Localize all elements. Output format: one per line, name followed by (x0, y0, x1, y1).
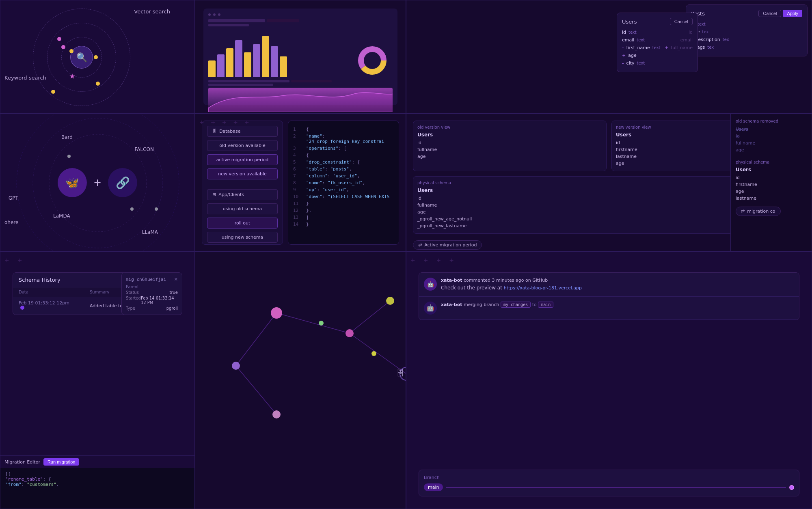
migration-co-badge: ⇄migration co (736, 207, 781, 216)
code-line: 6 "table": "posts", (293, 166, 394, 173)
merging-text: merging branch (464, 302, 501, 307)
removed-field: fullname (736, 140, 807, 147)
cancel-button[interactable]: Cancel (758, 10, 781, 17)
parent-label: Parent (126, 285, 178, 289)
migration-flow-cell: +++++ 🗄 Database old version available a… (195, 114, 406, 252)
cancel-button[interactable]: Cancel (670, 18, 693, 25)
dashboard-cell (195, 0, 406, 114)
schema-row: -descriptiontex (691, 36, 802, 43)
chart-labels (208, 80, 393, 86)
ai-integrations-cell: Bard FALCON GPT LaMDA LLaMA ohere 🦋 + 🔗 (0, 114, 195, 252)
schema-comparison-cell: old version view Users id fullname age n… (406, 114, 812, 252)
physical-right-field: id (736, 174, 807, 181)
svg-point-12 (346, 329, 354, 337)
vector-search-cell: Vector search Keyword search 🔍 (0, 0, 195, 114)
posts-schema-panel: Posts Cancel Apply idtext titletex -desc… (686, 4, 808, 56)
search-icon: 🔍 (70, 46, 93, 69)
old-removed-header: old schema removed (736, 119, 807, 123)
svg-point-11 (271, 307, 282, 319)
code-line: 3"operations": [ (293, 145, 394, 152)
schema-history-cell: ++ Schema History Data Summary Feb 19 01… (0, 252, 195, 509)
bot-name-2: xata-bot (441, 302, 462, 307)
using-new-schema-tag: using new schema (207, 232, 278, 243)
apply-button[interactable]: Apply (783, 10, 802, 17)
code-line: 9 "up": "user_id", (293, 186, 394, 193)
schema-row: -first_nametext +full_name (622, 44, 693, 52)
old-view-table-name: Users (417, 132, 602, 138)
code-line: 11 } (293, 200, 394, 207)
bot-message: Check out the preview at https://xata-bl… (441, 285, 794, 291)
migration-icon: ⇄ (418, 242, 422, 248)
old-schema-removed-panel: old schema removed Users id fullname age… (730, 114, 812, 251)
ai-logo-2: 🔗 (108, 168, 137, 197)
branch-connector (446, 487, 786, 488)
db-icon: 🗄 (212, 129, 217, 134)
removed-field: id (736, 133, 807, 140)
comment-meta: commented 3 minutes ago on GitHub (464, 278, 548, 283)
code-line: [{ (5, 471, 190, 477)
started-value: Feb 14 01:33:14 12 PM (141, 296, 178, 305)
code-line: 4 { (293, 152, 394, 159)
orbit-dot (57, 37, 61, 41)
plus-decorations: +++++ (199, 119, 249, 125)
type-label: Type (126, 306, 135, 311)
svg-line-6 (276, 313, 350, 333)
schema-row: emailtextemail (622, 36, 693, 44)
bar-chart-area (208, 28, 393, 77)
preview-link[interactable]: https://xata-blog-pr-181.vercel.app (504, 285, 582, 291)
svg-line-7 (350, 333, 406, 374)
area-chart (208, 88, 393, 112)
orbit-dot (94, 55, 98, 59)
svg-line-9 (236, 366, 276, 414)
orbit-dot (130, 207, 134, 211)
users-panel-header: Users Cancel (622, 18, 693, 25)
row-date: Feb 19 01:33:12 12pm (19, 300, 90, 306)
app-clients-label: App/Clients (218, 192, 244, 197)
roll-out-tag: roll out (207, 218, 278, 229)
branch-arrow: to (532, 302, 538, 307)
dashboard-panel (203, 9, 397, 105)
branch-label: Branch (424, 475, 794, 480)
physical-right-field: age (736, 188, 807, 195)
status-value: true (169, 290, 178, 295)
code-line: "from": "customers", (5, 482, 190, 487)
code-line: 5 "drop_constraint": { (293, 159, 394, 166)
started-row: Started Feb 14 01:33:14 12 PM (126, 296, 178, 305)
schema-row: idtext (691, 20, 802, 28)
list-rows (208, 19, 393, 22)
nav-dots (208, 13, 393, 16)
removed-field: Users (736, 126, 807, 133)
bot-header: xata-bot commented 3 minutes ago on GitH… (441, 278, 794, 283)
bot-comment-2-content: xata-bot merging branch my-changes to ma… (441, 302, 794, 309)
col-data: Data (19, 290, 90, 294)
users-title: Users (622, 19, 637, 25)
old-version-tag: old version available (207, 140, 278, 151)
started-label: Started (126, 296, 141, 305)
plus-sign: + (93, 177, 102, 188)
code-line: 2"name": "24_drop_foreign_key_constrai (293, 133, 394, 145)
orbit-dot (69, 49, 73, 53)
run-migration-button[interactable]: Run migration (43, 458, 79, 466)
branch-line: main (424, 483, 794, 491)
bot-header-2: xata-bot merging branch my-changes to ma… (441, 302, 794, 308)
status-row: Status true (126, 290, 178, 295)
physical-right-field: lastname (736, 195, 807, 202)
vector-search-label: Vector search (134, 9, 170, 15)
code-line: 7 "column": "user_id", (293, 173, 394, 179)
schema-row: titletex (691, 28, 802, 36)
close-button[interactable]: ✕ (174, 277, 178, 282)
schema-row: +age (622, 52, 693, 59)
posts-panel-header: Posts Cancel Apply (691, 10, 802, 17)
branch-main-tag: main (538, 302, 553, 308)
app-clients-tag: ⊞ App/Clients (207, 189, 278, 200)
using-old-schema-tag: using old schema (207, 203, 278, 214)
migration-code-editor[interactable]: [{ "rename_table": { "from": "customers"… (0, 468, 194, 509)
bot-comment-1: 🤖 xata-bot commented 3 minutes ago on Gi… (419, 273, 799, 297)
branch-panel: Branch main (419, 470, 799, 496)
schema-row: idtextid (622, 28, 693, 36)
physical-schema-right-header: physical schema (736, 160, 807, 164)
svg-text:🗄: 🗄 (396, 368, 404, 378)
svg-point-17 (386, 297, 394, 305)
migration-id-value: mig_cn6hueifjai (126, 277, 166, 282)
plus-decorations: ++ (4, 257, 22, 263)
